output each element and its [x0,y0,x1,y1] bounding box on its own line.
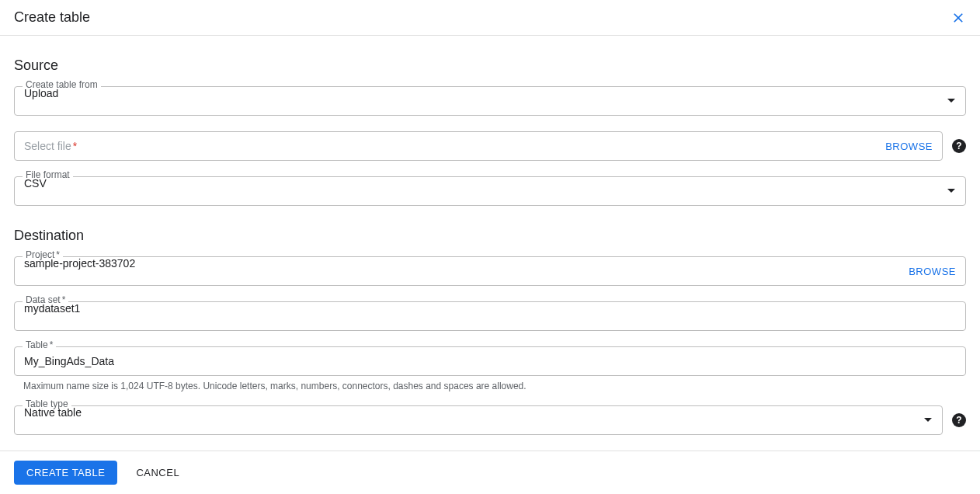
project-label: Project* [23,250,63,259]
dialog-content: Source Create table from Upload Select f… [0,57,980,464]
file-format-value: CSV [24,177,940,205]
dropdown-caret-icon [947,99,956,103]
dialog-header: Create table [0,0,980,36]
dataset-value: mydataset1 [24,302,956,330]
select-file-placeholder: Select file* [24,140,876,152]
dropdown-caret-icon [947,189,956,193]
create-table-from-label: Create table from [23,80,101,89]
file-format-select[interactable]: File format CSV [14,176,966,206]
close-icon[interactable] [950,10,966,26]
table-field[interactable]: Table* [14,346,966,376]
file-format-label: File format [23,170,73,179]
dialog-footer: CREATE TABLE CANCEL [0,451,980,494]
browse-file-button[interactable]: BROWSE [885,141,933,152]
cancel-button[interactable]: CANCEL [136,467,179,478]
table-label: Table* [23,340,56,350]
table-type-value: Native table [24,406,917,434]
section-source-heading: Source [14,57,966,74]
help-icon[interactable]: ? [952,139,966,153]
section-destination-heading: Destination [14,228,966,244]
table-input[interactable] [24,347,956,375]
table-hint: Maximum name size is 1,024 UTF-8 bytes. … [23,381,966,391]
project-field[interactable]: Project* sample-project-383702 BROWSE [14,256,966,286]
browse-project-button[interactable]: BROWSE [909,266,956,277]
create-table-button[interactable]: CREATE TABLE [14,461,117,485]
table-type-select[interactable]: Table type Native table [14,405,943,435]
dataset-field[interactable]: Data set* mydataset1 [14,301,966,331]
help-icon[interactable]: ? [952,413,966,427]
table-type-label: Table type [23,399,71,409]
select-file-input[interactable]: Select file* BROWSE [14,131,943,161]
create-table-from-value: Upload [24,87,940,115]
create-table-from-select[interactable]: Create table from Upload [14,86,966,116]
dialog-title: Create table [14,9,90,26]
dropdown-caret-icon [923,418,933,423]
project-value: sample-project-383702 [24,257,899,285]
dataset-label: Data set* [23,295,68,304]
